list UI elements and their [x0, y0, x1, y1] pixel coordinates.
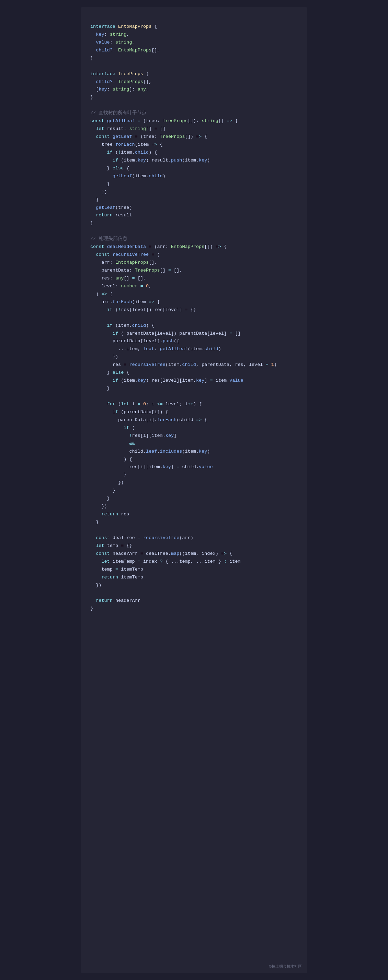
code-content: interface EntoMapProps { key: string, va…	[90, 15, 298, 620]
watermark: ©棒土掘金技术社区	[269, 964, 302, 970]
code-container: interface EntoMapProps { key: string, va…	[81, 7, 307, 973]
